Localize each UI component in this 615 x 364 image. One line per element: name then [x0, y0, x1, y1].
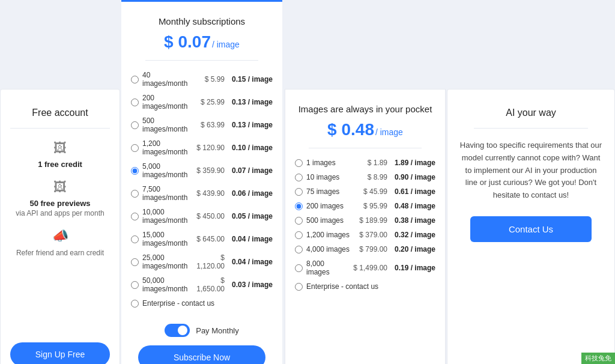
monthly-price-4: $ 359.90 — [196, 166, 225, 175]
credits-label: 1 free credit — [38, 160, 82, 169]
monthly-radio-9[interactable] — [131, 281, 139, 289]
monthly-option-6[interactable]: 10,000 images/month $ 450.00 0.05 / imag… — [131, 205, 273, 228]
pocket-radio-1[interactable] — [295, 174, 303, 181]
monthly-price-2: $ 63.99 — [196, 121, 225, 129]
pocket-option-4[interactable]: 500 images $ 189.99 0.38 / image — [295, 213, 435, 228]
monthly-price-7: $ 645.00 — [196, 235, 225, 243]
monthly-price-1: $ 25.99 — [196, 98, 225, 106]
pocket-label-7: 8,000 images — [306, 259, 348, 276]
monthly-radio-0[interactable] — [131, 76, 139, 83]
ai-description: Having too specific requirements that ou… — [459, 139, 602, 202]
subscribe-button[interactable]: Subscribe Now — [138, 345, 265, 364]
monthly-option-7[interactable]: 15,000 images/month $ 645.00 0.04 / imag… — [131, 228, 273, 250]
pocket-option-2[interactable]: 75 images $ 45.99 0.61 / image — [295, 184, 435, 199]
monthly-options-list: 40 images/month $ 5.99 0.15 / image 200 … — [131, 68, 273, 311]
monthly-label-4: 5,000 images/month — [142, 162, 191, 179]
refer-icon: 📣 — [52, 228, 68, 244]
toggle-label: Pay Monthly — [196, 326, 239, 335]
pocket-per-1: 0.90 / image — [392, 173, 435, 181]
monthly-price-5: $ 439.90 — [196, 189, 225, 198]
pocket-radio-5[interactable] — [295, 231, 303, 239]
pocket-radio-3[interactable] — [295, 202, 303, 210]
monthly-label-9: 50,000 images/month — [142, 276, 187, 293]
contact-us-button[interactable]: Contact Us — [470, 216, 592, 242]
pocket-radio-6[interactable] — [295, 246, 303, 253]
pocket-per-3: 0.48 / image — [392, 202, 435, 210]
pocket-option-1[interactable]: 10 images $ 8.99 0.90 / image — [295, 170, 435, 184]
pocket-radio-0[interactable] — [295, 159, 303, 167]
free-feature-refer: 📣 Refer friend and earn credit — [16, 228, 104, 257]
pocket-price-5: $ 379.00 — [359, 231, 387, 239]
monthly-radio-5[interactable] — [131, 190, 139, 198]
pocket-price: $ 0.48 / image — [327, 120, 403, 139]
pocket-per-6: 0.20 / image — [392, 245, 435, 253]
monthly-option-1[interactable]: 200 images/month $ 25.99 0.13 / image — [131, 91, 273, 114]
monthly-label-1: 200 images/month — [142, 94, 191, 111]
pocket-options-list: 1 images $ 1.89 1.89 / image 10 images $… — [295, 156, 435, 294]
monthly-option-0[interactable]: 40 images/month $ 5.99 0.15 / image — [131, 68, 273, 91]
signup-button[interactable]: Sign Up Free — [10, 342, 110, 364]
monthly-radio-2[interactable] — [131, 121, 139, 129]
pocket-price-7: $ 1,499.00 — [353, 264, 387, 272]
pocket-radio-enterprise[interactable] — [295, 283, 303, 291]
monthly-label-7: 15,000 images/month — [142, 231, 191, 247]
monthly-radio-3[interactable] — [131, 144, 139, 152]
monthly-price-value: $ 0.07 — [164, 32, 211, 52]
monthly-option-9[interactable]: 50,000 images/month $ 1,650.00 0.03 / im… — [131, 273, 273, 296]
monthly-radio-7[interactable] — [131, 235, 139, 243]
pocket-price-1: $ 8.99 — [359, 173, 387, 181]
monthly-price-6: $ 450.00 — [196, 212, 225, 220]
pocket-radio-2[interactable] — [295, 188, 303, 196]
pocket-panel: Images are always in your pocket $ 0.48 … — [285, 89, 446, 364]
monthly-label-8: 25,000 images/month — [142, 253, 187, 270]
monthly-option-3[interactable]: 1,200 images/month $ 120.90 0.10 / image — [131, 136, 273, 159]
monthly-radio-8[interactable] — [131, 258, 139, 266]
pocket-label-3: 200 images — [306, 202, 354, 210]
monthly-per-1: 0.13 / image — [229, 98, 273, 106]
pay-monthly-toggle[interactable] — [165, 324, 190, 337]
ai-title: AI your way — [506, 108, 556, 118]
monthly-per-3: 0.10 / image — [229, 144, 273, 152]
pocket-label-6: 4,000 images — [306, 245, 354, 253]
monthly-panel: Monthly subscriptions $ 0.07 / image 40 … — [121, 0, 282, 364]
pocket-option-3[interactable]: 200 images $ 95.99 0.48 / image — [295, 199, 435, 213]
monthly-per-9: 0.03 / image — [229, 281, 273, 289]
monthly-option-4[interactable]: 5,000 images/month $ 359.90 0.07 / image — [131, 159, 273, 182]
pocket-option-7[interactable]: 8,000 images $ 1,499.00 0.19 / image — [295, 256, 435, 279]
pocket-option-5[interactable]: 1,200 images $ 379.00 0.32 / image — [295, 228, 435, 242]
monthly-radio-4[interactable] — [131, 167, 139, 175]
monthly-radio-enterprise[interactable] — [131, 300, 139, 308]
monthly-label-6: 10,000 images/month — [142, 208, 191, 225]
pocket-option-6[interactable]: 4,000 images $ 799.00 0.20 / image — [295, 242, 435, 256]
ai-panel: AI your way Having too specific requirem… — [447, 89, 615, 364]
pocket-label-1: 10 images — [306, 173, 354, 181]
monthly-price-8: $ 1,120.00 — [192, 253, 225, 270]
monthly-label-2: 500 images/month — [142, 117, 191, 133]
pocket-title: Images are always in your pocket — [298, 104, 432, 114]
monthly-radio-6[interactable] — [131, 213, 139, 220]
monthly-per-2: 0.13 / image — [229, 121, 273, 129]
monthly-per-4: 0.07 / image — [229, 166, 273, 175]
free-panel: Free account 🖼 1 free credit 🖼 50 free p… — [0, 89, 120, 364]
refer-sub: Refer friend and earn credit — [16, 249, 104, 257]
monthly-title: Monthly subscriptions — [159, 16, 245, 26]
monthly-option-8[interactable]: 25,000 images/month $ 1,120.00 0.04 / im… — [131, 250, 273, 273]
pocket-per-0: 1.89 / image — [392, 159, 435, 167]
image-icon-1: 🖼 — [53, 141, 67, 156]
monthly-option-2[interactable]: 500 images/month $ 63.99 0.13 / image — [131, 114, 273, 136]
monthly-enterprise-row[interactable]: Enterprise - contact us — [131, 296, 273, 311]
monthly-label-3: 1,200 images/month — [142, 139, 191, 156]
monthly-option-5[interactable]: 7,500 images/month $ 439.90 0.06 / image — [131, 182, 273, 205]
previews-sub: via API and apps per month — [16, 209, 104, 217]
pocket-price-3: $ 95.99 — [359, 202, 387, 210]
pocket-per-4: 0.38 / image — [392, 216, 435, 225]
pocket-enterprise-row[interactable]: Enterprise - contact us — [295, 279, 435, 294]
pocket-option-0[interactable]: 1 images $ 1.89 1.89 / image — [295, 156, 435, 170]
pocket-per-5: 0.32 / image — [392, 231, 435, 239]
pocket-radio-4[interactable] — [295, 217, 303, 225]
pocket-price-0: $ 1.89 — [359, 159, 387, 167]
monthly-radio-1[interactable] — [131, 99, 139, 106]
image-icon-2: 🖼 — [53, 180, 67, 195]
monthly-price-3: $ 120.90 — [196, 144, 225, 152]
pocket-radio-7[interactable] — [295, 264, 303, 272]
